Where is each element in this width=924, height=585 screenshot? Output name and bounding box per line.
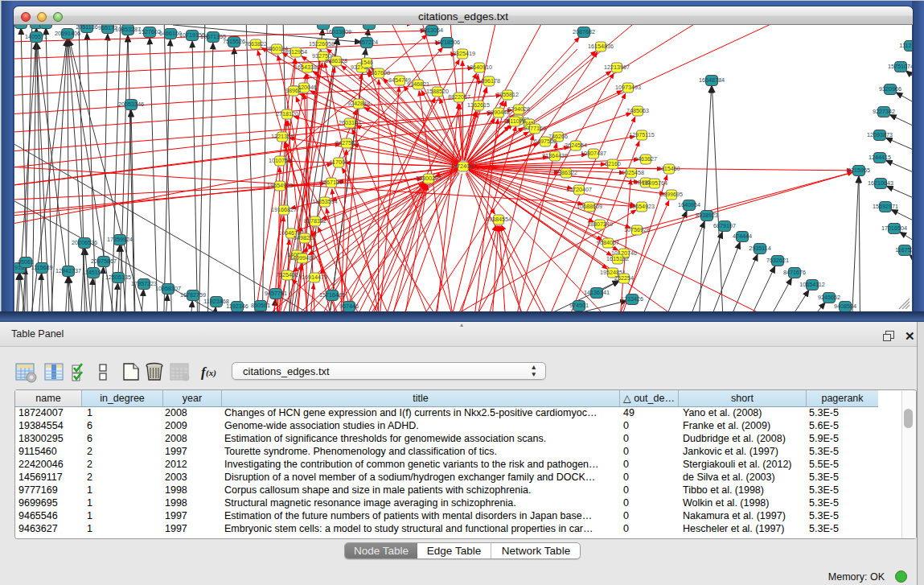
svg-text:(x): (x) [206, 368, 216, 378]
